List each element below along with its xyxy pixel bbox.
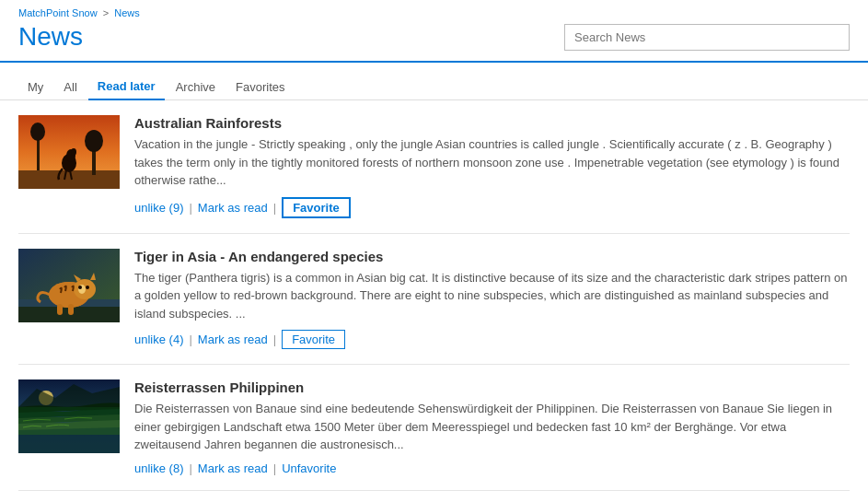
mark-as-read-link[interactable]: Mark as read [198, 333, 268, 346]
tab-read-later[interactable]: Read later [88, 74, 165, 100]
page-title: News [18, 22, 83, 52]
header-row: News [18, 22, 850, 61]
separator: | [273, 333, 276, 346]
separator: | [273, 461, 276, 475]
favorite-button[interactable]: Favorite [282, 197, 351, 218]
news-content: Reisterrassen Philippinen Die Reisterras… [134, 379, 850, 475]
svg-point-21 [78, 286, 82, 289]
news-description: The tiger (Panthera tigris) is a common … [134, 269, 850, 323]
header: MatchPoint Snow > News News [0, 0, 868, 61]
tab-all[interactable]: All [54, 75, 86, 99]
news-thumbnail [18, 115, 120, 189]
separator: | [189, 333, 191, 346]
news-item: Tiger in Asia - An endangered species Th… [18, 234, 850, 366]
tab-archive[interactable]: Archive [167, 75, 225, 99]
separator: | [273, 201, 276, 215]
news-item: Reisterrassen Philippinen Die Reisterras… [18, 365, 850, 491]
news-actions: unlike (4) | Mark as read | Favorite [134, 330, 850, 349]
separator: | [189, 201, 191, 215]
breadcrumb: MatchPoint Snow > News [18, 7, 850, 18]
news-actions: unlike (9) | Mark as read | Favorite [134, 197, 850, 218]
news-title: Reisterrassen Philippinen [134, 379, 850, 395]
svg-point-4 [85, 130, 103, 152]
unlike-link[interactable]: unlike (8) [134, 461, 183, 475]
breadcrumb-current: News [114, 7, 140, 18]
favorite-button[interactable]: Favorite [282, 330, 345, 349]
news-content: Australian Rainforests Vacation in the j… [134, 115, 850, 218]
unlike-link[interactable]: unlike (9) [134, 201, 183, 215]
svg-point-22 [86, 286, 89, 289]
news-thumbnail [18, 379, 120, 453]
separator: | [189, 461, 191, 475]
svg-point-9 [71, 148, 76, 156]
breadcrumb-parent[interactable]: MatchPoint Snow [18, 7, 98, 18]
mark-as-read-link[interactable]: Mark as read [198, 201, 268, 215]
news-list: Australian Rainforests Vacation in the j… [0, 100, 868, 491]
news-content: Tiger in Asia - An endangered species Th… [134, 249, 850, 350]
search-input[interactable] [564, 24, 850, 51]
news-item: Australian Rainforests Vacation in the j… [18, 100, 850, 234]
svg-rect-2 [18, 170, 120, 189]
news-description: Vacation in the jungle - Strictly speaki… [134, 135, 850, 190]
news-actions: unlike (8) | Mark as read | Unfavorite [134, 461, 850, 475]
svg-rect-24 [68, 304, 74, 315]
news-thumbnail [18, 249, 120, 322]
mark-as-read-link[interactable]: Mark as read [198, 461, 268, 475]
tab-favorites[interactable]: Favorites [226, 75, 294, 99]
tab-my[interactable]: My [18, 75, 52, 99]
unfavorite-link[interactable]: Unfavorite [282, 461, 336, 475]
unlike-link[interactable]: unlike (4) [134, 333, 183, 346]
news-title: Australian Rainforests [134, 115, 850, 131]
news-description: Die Reisterrassen von Banaue sind eine b… [134, 400, 850, 454]
tabs-bar: My All Read later Archive Favorites [0, 63, 868, 100]
svg-point-6 [30, 123, 45, 141]
svg-rect-23 [57, 304, 63, 315]
news-title: Tiger in Asia - An endangered species [134, 249, 850, 264]
